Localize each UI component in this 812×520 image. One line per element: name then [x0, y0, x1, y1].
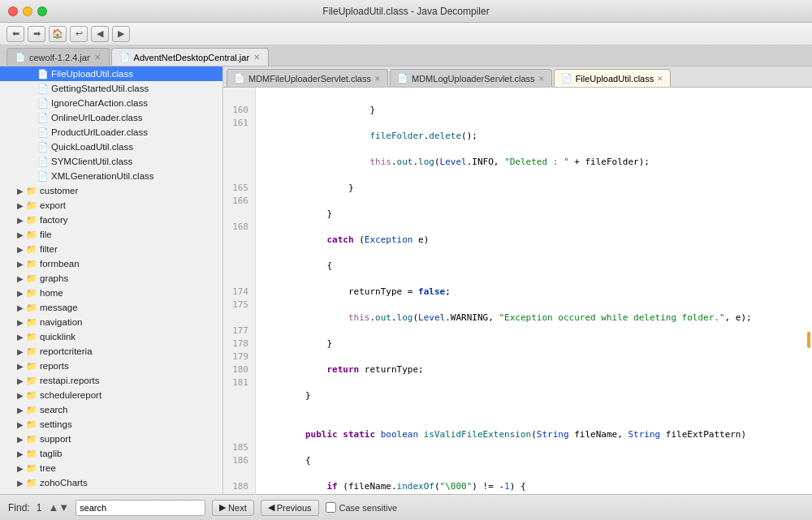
sidebar-item-taglib[interactable]: ▶ 📁 taglib	[0, 446, 222, 461]
sidebar-item-support[interactable]: ▶ 📁 support	[0, 432, 222, 446]
sidebar[interactable]: 📄 FileUploadUtil.class 📄 GettingStartedU…	[0, 67, 223, 494]
jar-tab-close-2[interactable]: ✕	[253, 53, 260, 62]
sidebar-label: winaccess	[51, 492, 94, 494]
file-icon: 📄	[37, 98, 49, 109]
sidebar-item-gettingstarted[interactable]: 📄 GettingStartedUtil.class	[0, 81, 222, 96]
sidebar-label: GettingStartedUtil.class	[51, 84, 149, 93]
sidebar-item-customer[interactable]: ▶ 📁 customer	[0, 183, 222, 198]
sidebar-label: support	[40, 434, 71, 444]
case-sensitive-text: Case sensitive	[339, 503, 398, 513]
window-controls	[8, 6, 47, 16]
sidebar-label: quicklink	[40, 332, 76, 342]
sidebar-item-quickloadutil[interactable]: 📄 QuickLoadUtil.class	[0, 140, 222, 154]
file-icon: 📄	[37, 69, 49, 80]
folder-icon: 📁	[26, 390, 37, 401]
sidebar-label: reports	[40, 361, 69, 371]
sidebar-item-reportcriteria[interactable]: ▶ 📁 reportcriteria	[0, 344, 222, 359]
sidebar-label: navigation	[40, 317, 82, 327]
sidebar-item-restapi[interactable]: ▶ 📁 restapi.reports	[0, 373, 222, 388]
sidebar-label: restapi.reports	[40, 376, 100, 385]
close-button[interactable]	[8, 6, 18, 16]
sidebar-item-search[interactable]: ▶ 📁 search	[0, 402, 222, 417]
folder-icon: 📁	[26, 244, 37, 255]
editor-area: 📄 MDMFileUploaderServlet.class ✕ 📄 MDMLo…	[223, 67, 812, 494]
sidebar-label: FileUploadUtil.class	[51, 69, 133, 79]
sidebar-label: export	[40, 200, 66, 210]
sidebar-label: OnlineUrlLoader.class	[51, 113, 143, 122]
sidebar-label: factory	[40, 215, 68, 225]
maximize-button[interactable]	[37, 6, 47, 16]
find-label: Find:	[8, 502, 30, 514]
sidebar-label: formbean	[40, 259, 80, 269]
sidebar-item-winaccess[interactable]: ▶ 📁 winaccess	[0, 490, 222, 494]
find-next-button[interactable]: ▶ Next	[212, 500, 254, 516]
next-icon: ▶	[219, 502, 226, 513]
jar-tab-label-2: AdventNetDesktopCentral.jar	[134, 53, 249, 62]
prev-icon: ◀	[268, 502, 274, 513]
sidebar-item-formbean[interactable]: ▶ 📁 formbean	[0, 256, 222, 271]
case-sensitive-checkbox[interactable]	[326, 502, 336, 513]
arrow-icon: ▶	[15, 289, 26, 298]
code-content: 160 161 165 166 168 174 175	[223, 88, 812, 494]
class-tab-label: FileUploadUtil.class	[576, 74, 654, 84]
arrow-icon: ▶	[15, 260, 26, 269]
sidebar-item-filter[interactable]: ▶ 📁 filter	[0, 242, 222, 256]
find-input[interactable]	[76, 500, 205, 516]
sidebar-item-quicklink[interactable]: ▶ 📁 quicklink	[0, 329, 222, 344]
class-tab-fileuploadutil[interactable]: 📄 FileUploadUtil.class ✕	[554, 69, 672, 87]
class-tab-close-2[interactable]: ✕	[538, 75, 545, 83]
sidebar-item-message[interactable]: ▶ 📁 message	[0, 300, 222, 315]
sidebar-item-home[interactable]: ▶ 📁 home	[0, 286, 222, 300]
forward-button[interactable]: ➡	[28, 26, 45, 42]
find-next-label: Next	[228, 503, 247, 513]
next-button-toolbar[interactable]: ▶	[112, 26, 130, 42]
find-arrow-up[interactable]: ▲▼	[48, 501, 69, 514]
class-tab-icon: 📄	[561, 73, 572, 84]
jar-tab-close[interactable]: ✕	[94, 53, 101, 62]
sidebar-item-navigation[interactable]: ▶ 📁 navigation	[0, 315, 222, 329]
code-wrapper[interactable]: 160 161 165 166 168 174 175	[223, 88, 812, 494]
class-tab-close-3[interactable]: ✕	[657, 75, 663, 83]
class-tab-mdmloguploader[interactable]: 📄 MDMLogUploaderServlet.class ✕	[390, 69, 552, 87]
jar-tab-adventnet[interactable]: 📄 AdventNetDesktopCentral.jar ✕	[111, 48, 269, 66]
case-sensitive-label[interactable]: Case sensitive	[326, 502, 398, 513]
home-button[interactable]: 🏠	[49, 26, 67, 42]
sidebar-label: taglib	[40, 449, 63, 458]
arrow-icon: ▶	[15, 274, 26, 283]
folder-icon: 📁	[37, 492, 49, 495]
find-prev-label: Previous	[277, 503, 312, 513]
sidebar-item-file[interactable]: ▶ 📁 file	[0, 227, 222, 242]
arrow-icon: ▶	[15, 303, 26, 312]
refresh-button[interactable]: ↩	[70, 26, 88, 42]
sidebar-item-graphs[interactable]: ▶ 📁 graphs	[0, 271, 222, 286]
find-previous-button[interactable]: ◀ Previous	[261, 500, 319, 516]
sidebar-item-factory[interactable]: ▶ 📁 factory	[0, 213, 222, 227]
sidebar-item-xmlgenerationutil[interactable]: 📄 XMLGenerationUtil.class	[0, 169, 222, 183]
sidebar-item-export[interactable]: ▶ 📁 export	[0, 198, 222, 213]
prev-button[interactable]: ◀	[91, 26, 109, 42]
sidebar-item-fileuploadutil[interactable]: 📄 FileUploadUtil.class	[0, 67, 222, 81]
toolbar: ⬅ ➡ 🏠 ↩ ◀ ▶	[0, 23, 812, 45]
folder-icon: 📁	[26, 405, 37, 415]
folder-icon: 📁	[26, 419, 37, 430]
class-tab-mdmfileuploader[interactable]: 📄 MDMFileUploaderServlet.class ✕	[227, 69, 388, 87]
sidebar-item-zohocharts[interactable]: ▶ 📁 zohoCharts	[0, 475, 222, 490]
minimize-button[interactable]	[23, 6, 32, 16]
class-tab-icon: 📄	[397, 73, 408, 84]
sidebar-item-onlineurlloader[interactable]: 📄 OnlineUrlLoader.class	[0, 110, 222, 125]
sidebar-label: settings	[40, 419, 72, 429]
sidebar-item-schedulereport[interactable]: ▶ 📁 schedulereport	[0, 388, 222, 402]
back-button[interactable]: ⬅	[6, 26, 24, 42]
sidebar-item-tree[interactable]: ▶ 📁 tree	[0, 461, 222, 475]
title-bar: FileUploadUtil.class - Java Decompiler	[0, 0, 812, 23]
sidebar-label: graphs	[40, 273, 68, 283]
arrow-icon: ▶	[15, 464, 26, 473]
sidebar-item-settings[interactable]: ▶ 📁 settings	[0, 417, 222, 432]
folder-icon: 📁	[26, 332, 37, 342]
sidebar-item-producturlloader[interactable]: 📄 ProductUrlLoader.class	[0, 125, 222, 140]
class-tab-close[interactable]: ✕	[374, 75, 381, 83]
sidebar-item-reports[interactable]: ▶ 📁 reports	[0, 359, 222, 373]
sidebar-item-symclientutil[interactable]: 📄 SYMClientUtil.class	[0, 154, 222, 169]
jar-tab-cewolf[interactable]: 📄 cewolf-1.2.4.jar ✕	[6, 48, 110, 66]
sidebar-item-ignorecharaction[interactable]: 📄 IgnoreCharAction.class	[0, 96, 222, 110]
